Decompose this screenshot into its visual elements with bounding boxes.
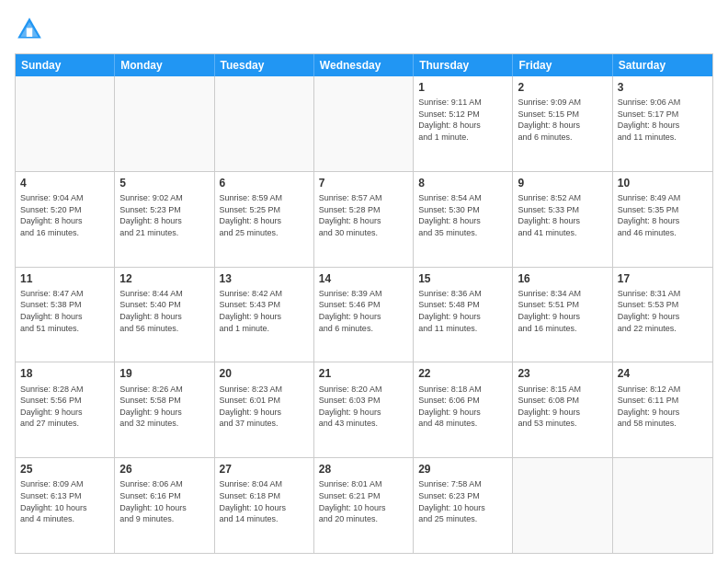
calendar-cell: 6Sunrise: 8:59 AM Sunset: 5:25 PM Daylig… [215,172,314,267]
day-number: 24 [618,366,708,381]
calendar: SundayMondayTuesdayWednesdayThursdayFrid… [15,53,713,554]
header-day-sunday: Sunday [16,54,115,76]
cell-info: Sunrise: 8:31 AM Sunset: 5:53 PM Dayligh… [618,288,708,334]
svg-rect-2 [27,28,32,37]
day-number: 12 [119,271,209,286]
calendar-body: 1Sunrise: 9:11 AM Sunset: 5:12 PM Daylig… [16,76,712,553]
calendar-cell [314,76,414,171]
logo [15,15,48,44]
day-number: 18 [20,366,109,381]
calendar-cell: 21Sunrise: 8:20 AM Sunset: 6:03 PM Dayli… [314,362,414,457]
cell-info: Sunrise: 8:12 AM Sunset: 6:11 PM Dayligh… [618,384,708,430]
calendar-cell: 8Sunrise: 8:54 AM Sunset: 5:30 PM Daylig… [414,172,513,267]
cell-info: Sunrise: 8:52 AM Sunset: 5:33 PM Dayligh… [518,192,607,238]
day-number: 10 [618,176,708,190]
cell-info: Sunrise: 9:06 AM Sunset: 5:17 PM Dayligh… [618,97,708,143]
cell-info: Sunrise: 8:28 AM Sunset: 5:56 PM Dayligh… [20,384,109,430]
cell-info: Sunrise: 8:57 AM Sunset: 5:28 PM Dayligh… [319,192,408,238]
cell-info: Sunrise: 8:15 AM Sunset: 6:08 PM Dayligh… [518,384,607,430]
calendar-cell: 29Sunrise: 7:58 AM Sunset: 6:23 PM Dayli… [414,458,513,553]
day-number: 13 [220,271,309,286]
calendar-row-4: 18Sunrise: 8:28 AM Sunset: 5:56 PM Dayli… [16,362,712,457]
calendar-row-2: 4Sunrise: 9:04 AM Sunset: 5:20 PM Daylig… [16,171,712,267]
calendar-cell: 15Sunrise: 8:36 AM Sunset: 5:48 PM Dayli… [414,268,513,362]
cell-info: Sunrise: 8:23 AM Sunset: 6:01 PM Dayligh… [220,384,309,430]
day-number: 11 [20,271,109,286]
calendar-cell: 5Sunrise: 9:02 AM Sunset: 5:23 PM Daylig… [115,172,214,267]
calendar-cell: 26Sunrise: 8:06 AM Sunset: 6:16 PM Dayli… [115,458,214,553]
calendar-cell [16,76,115,171]
calendar-cell [513,458,612,553]
header [15,15,713,44]
page: SundayMondayTuesdayWednesdayThursdayFrid… [0,0,728,563]
day-number: 2 [518,80,607,95]
day-number: 7 [319,176,408,190]
calendar-cell [115,76,214,171]
cell-info: Sunrise: 8:20 AM Sunset: 6:03 PM Dayligh… [319,384,408,430]
calendar-cell: 20Sunrise: 8:23 AM Sunset: 6:01 PM Dayli… [215,362,314,457]
day-number: 14 [319,271,408,286]
cell-info: Sunrise: 8:47 AM Sunset: 5:38 PM Dayligh… [20,288,109,334]
day-number: 4 [20,176,109,190]
day-number: 6 [220,176,309,190]
calendar-cell: 17Sunrise: 8:31 AM Sunset: 5:53 PM Dayli… [613,268,712,362]
calendar-cell: 9Sunrise: 8:52 AM Sunset: 5:33 PM Daylig… [513,172,612,267]
day-number: 16 [518,271,607,286]
day-number: 27 [220,462,309,477]
cell-info: Sunrise: 8:59 AM Sunset: 5:25 PM Dayligh… [220,192,309,238]
calendar-cell: 3Sunrise: 9:06 AM Sunset: 5:17 PM Daylig… [613,76,712,171]
day-number: 22 [418,366,507,381]
cell-info: Sunrise: 9:04 AM Sunset: 5:20 PM Dayligh… [20,192,109,238]
calendar-cell: 23Sunrise: 8:15 AM Sunset: 6:08 PM Dayli… [513,362,612,457]
day-number: 9 [518,176,607,190]
calendar-cell: 18Sunrise: 8:28 AM Sunset: 5:56 PM Dayli… [16,362,115,457]
day-number: 20 [220,366,309,381]
day-number: 3 [618,80,708,95]
calendar-cell: 24Sunrise: 8:12 AM Sunset: 6:11 PM Dayli… [613,362,712,457]
cell-info: Sunrise: 8:01 AM Sunset: 6:21 PM Dayligh… [319,478,408,524]
calendar-cell: 4Sunrise: 9:04 AM Sunset: 5:20 PM Daylig… [16,172,115,267]
day-number: 1 [418,80,507,95]
calendar-header: SundayMondayTuesdayWednesdayThursdayFrid… [16,54,712,76]
day-number: 8 [418,176,507,190]
cell-info: Sunrise: 8:06 AM Sunset: 6:16 PM Dayligh… [119,478,209,524]
cell-info: Sunrise: 8:39 AM Sunset: 5:46 PM Dayligh… [319,288,408,334]
cell-info: Sunrise: 8:18 AM Sunset: 6:06 PM Dayligh… [418,384,507,430]
calendar-cell: 16Sunrise: 8:34 AM Sunset: 5:51 PM Dayli… [513,268,612,362]
calendar-cell: 2Sunrise: 9:09 AM Sunset: 5:15 PM Daylig… [513,76,612,171]
calendar-row-3: 11Sunrise: 8:47 AM Sunset: 5:38 PM Dayli… [16,267,712,362]
cell-info: Sunrise: 8:44 AM Sunset: 5:40 PM Dayligh… [119,288,209,334]
header-day-wednesday: Wednesday [314,54,414,76]
day-number: 28 [319,462,408,477]
calendar-cell: 7Sunrise: 8:57 AM Sunset: 5:28 PM Daylig… [314,172,414,267]
day-number: 5 [119,176,209,190]
calendar-cell: 27Sunrise: 8:04 AM Sunset: 6:18 PM Dayli… [215,458,314,553]
calendar-cell: 19Sunrise: 8:26 AM Sunset: 5:58 PM Dayli… [115,362,214,457]
cell-info: Sunrise: 8:54 AM Sunset: 5:30 PM Dayligh… [418,192,507,238]
calendar-cell: 1Sunrise: 9:11 AM Sunset: 5:12 PM Daylig… [414,76,513,171]
calendar-cell: 22Sunrise: 8:18 AM Sunset: 6:06 PM Dayli… [414,362,513,457]
day-number: 19 [119,366,209,381]
day-number: 29 [418,462,507,477]
calendar-cell [215,76,314,171]
cell-info: Sunrise: 7:58 AM Sunset: 6:23 PM Dayligh… [418,478,507,524]
calendar-row-5: 25Sunrise: 8:09 AM Sunset: 6:13 PM Dayli… [16,457,712,553]
header-day-tuesday: Tuesday [215,54,314,76]
calendar-cell [613,458,712,553]
header-day-thursday: Thursday [414,54,513,76]
header-day-monday: Monday [115,54,214,76]
cell-info: Sunrise: 9:11 AM Sunset: 5:12 PM Dayligh… [418,97,507,143]
cell-info: Sunrise: 9:02 AM Sunset: 5:23 PM Dayligh… [119,192,209,238]
day-number: 26 [119,462,209,477]
calendar-cell: 25Sunrise: 8:09 AM Sunset: 6:13 PM Dayli… [16,458,115,553]
day-number: 21 [319,366,408,381]
calendar-cell: 28Sunrise: 8:01 AM Sunset: 6:21 PM Dayli… [314,458,414,553]
calendar-row-1: 1Sunrise: 9:11 AM Sunset: 5:12 PM Daylig… [16,76,712,171]
header-day-friday: Friday [513,54,612,76]
cell-info: Sunrise: 8:42 AM Sunset: 5:43 PM Dayligh… [220,288,309,334]
day-number: 15 [418,271,507,286]
calendar-cell: 13Sunrise: 8:42 AM Sunset: 5:43 PM Dayli… [215,268,314,362]
cell-info: Sunrise: 8:49 AM Sunset: 5:35 PM Dayligh… [618,192,708,238]
cell-info: Sunrise: 8:36 AM Sunset: 5:48 PM Dayligh… [418,288,507,334]
day-number: 23 [518,366,607,381]
